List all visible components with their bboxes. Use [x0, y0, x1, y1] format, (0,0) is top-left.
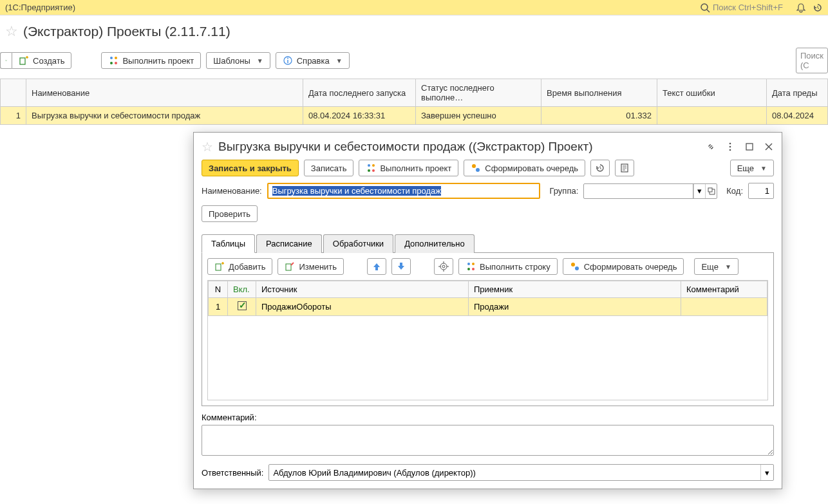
maximize-icon[interactable] [744, 142, 755, 153]
run-project-button[interactable]: Выполнить проект [101, 52, 201, 69]
chevron-down-icon[interactable]: ▾ [693, 184, 705, 198]
comment-input[interactable] [202, 425, 774, 456]
col-prev-date[interactable]: Дата преды [767, 79, 828, 107]
dialog-title-bar: ☆ Выгрузка выручки и себестоимости прода… [194, 133, 782, 160]
tab-tables[interactable]: Таблицы [202, 234, 255, 253]
queue-icon [471, 163, 481, 173]
svg-point-0 [701, 4, 708, 10]
svg-point-24 [472, 164, 476, 168]
check-button[interactable]: Проверить [202, 205, 258, 222]
tab-additional[interactable]: Дополнительно [395, 234, 475, 253]
col-exec-time[interactable]: Время выполнения [541, 79, 657, 107]
col-last-run[interactable]: Дата последнего запуска [303, 79, 416, 107]
svg-point-9 [110, 62, 113, 64]
code-label: Код: [726, 186, 743, 196]
bell-icon[interactable] [796, 2, 806, 13]
star-icon[interactable]: ☆ [5, 23, 18, 40]
svg-marker-38 [373, 263, 380, 270]
queue-icon [570, 261, 580, 272]
expand-button[interactable] [0, 52, 12, 69]
tab-content: Добавить Изменить [202, 253, 774, 406]
form-queue-button[interactable]: Сформировать очередь [464, 160, 585, 176]
name-input[interactable]: Выгрузка выручки и себестоимости продаж [267, 183, 541, 199]
run-row-button[interactable]: Выполнить строку [458, 258, 558, 275]
gear-icon [438, 261, 449, 272]
svg-point-46 [467, 263, 470, 265]
help-button[interactable]: Справка ▼ [276, 52, 350, 69]
settings-button[interactable] [434, 258, 453, 275]
svg-point-16 [729, 149, 731, 151]
save-close-button[interactable]: Записать и закрыть [202, 160, 299, 176]
move-up-button[interactable] [367, 258, 386, 275]
col-status[interactable]: Статус последнего выполне… [416, 79, 541, 107]
report-button[interactable] [615, 160, 634, 176]
global-search[interactable]: Поиск Ctrl+Shift+F [700, 3, 783, 13]
search-icon [700, 3, 710, 13]
svg-rect-33 [216, 264, 221, 270]
form-queue-button-2[interactable]: Сформировать очередь [563, 258, 684, 275]
chevron-icon [5, 55, 8, 66]
tables-grid: N Вкл. Источник Приемник Комментарий 1 П… [207, 280, 768, 400]
dialog-toolbar: Записать и закрыть Записать Выполнить пр… [202, 160, 774, 176]
kebab-icon[interactable] [725, 142, 735, 153]
dialog-title: Выгрузка выручки и себестоимости продаж … [218, 140, 706, 154]
chevron-down-icon: ▼ [760, 165, 767, 172]
col-n[interactable]: N [209, 281, 228, 298]
move-down-button[interactable] [391, 258, 411, 275]
svg-point-41 [442, 265, 445, 268]
col-name[interactable]: Наименование [26, 79, 303, 107]
add-button[interactable]: Добавить [207, 258, 272, 275]
code-input[interactable] [748, 183, 774, 199]
save-button[interactable]: Записать [304, 160, 354, 176]
svg-point-21 [372, 164, 375, 167]
col-enabled[interactable]: Вкл. [228, 281, 256, 298]
create-icon [19, 55, 29, 66]
chevron-down-icon[interactable]: ▾ [760, 465, 773, 480]
create-button[interactable]: Создать [12, 52, 71, 69]
col-target[interactable]: Приемник [469, 281, 681, 298]
projects-table: Наименование Дата последнего запуска Ста… [0, 79, 828, 125]
tab-handlers[interactable]: Обработчики [323, 234, 393, 253]
comment-label: Комментарий: [202, 413, 774, 422]
tabs: Таблицы Расписание Обработчики Дополните… [202, 234, 774, 253]
page-search[interactable]: Поиск (С [796, 48, 828, 73]
app-header: (1С:Предприятие) Поиск Ctrl+Shift+F [0, 0, 828, 15]
history-button[interactable] [590, 160, 610, 176]
more-button-2[interactable]: Еще ▼ [694, 258, 738, 275]
history-icon [595, 163, 605, 173]
document-icon [619, 163, 630, 173]
svg-point-7 [110, 57, 113, 59]
svg-point-49 [472, 268, 475, 270]
table-row[interactable]: 1 Выгрузка выручки и себестоимости прода… [1, 107, 828, 125]
chevron-down-icon: ▼ [257, 57, 263, 64]
table-header-row: Наименование Дата последнего запуска Ста… [1, 79, 828, 107]
svg-line-27 [600, 168, 601, 169]
arrow-down-icon [396, 261, 406, 272]
templates-button[interactable]: Шаблоны ▼ [206, 52, 270, 69]
svg-line-37 [291, 263, 294, 265]
close-icon[interactable] [764, 142, 774, 153]
col-source[interactable]: Источник [256, 281, 469, 298]
run-project-button[interactable]: Выполнить проект [359, 160, 458, 176]
enabled-cell[interactable] [228, 298, 256, 316]
comment-section: Комментарий: [202, 413, 774, 458]
open-icon[interactable] [705, 184, 717, 198]
link-icon[interactable] [706, 142, 716, 153]
inner-header-row: N Вкл. Источник Приемник Комментарий [209, 281, 767, 298]
edit-button[interactable]: Изменить [278, 258, 344, 275]
name-label: Наименование: [202, 186, 262, 196]
group-select[interactable]: ▾ [583, 183, 717, 199]
arrow-up-icon [372, 261, 382, 272]
svg-point-40 [440, 263, 447, 270]
responsible-select[interactable]: Абдулов Юрий Владимирович (Абдулов (дире… [268, 464, 774, 481]
col-error[interactable]: Текст ошибки [657, 79, 767, 107]
more-button[interactable]: Еще ▼ [730, 160, 774, 176]
inner-table-row[interactable]: 1 ПродажиОбороты Продажи [209, 298, 767, 316]
star-icon[interactable]: ☆ [202, 139, 213, 154]
name-row: Наименование: Выгрузка выручки и себесто… [202, 183, 774, 199]
svg-point-47 [472, 263, 475, 265]
history-icon[interactable] [813, 2, 823, 13]
col-comment[interactable]: Комментарий [681, 281, 767, 298]
tab-schedule[interactable]: Расписание [256, 234, 322, 253]
run-icon [366, 163, 376, 173]
